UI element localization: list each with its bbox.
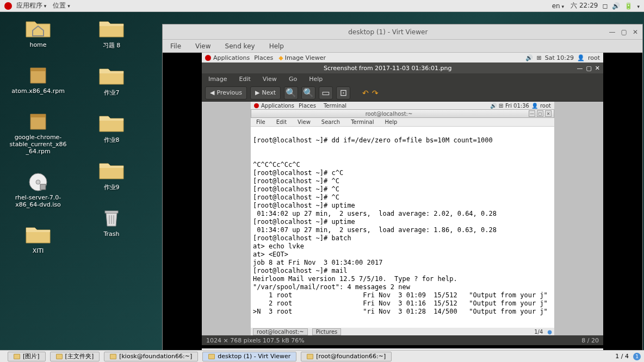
battery-icon[interactable]: 🔋 [624, 2, 633, 10]
virt-menubar: FileViewSend keyHelp [163, 40, 642, 53]
lang-indicator[interactable]: en [550, 2, 566, 10]
previous-button[interactable]: ◀Previous [205, 86, 247, 99]
app-icon [307, 354, 313, 359]
icon-label: 作业8 [104, 136, 120, 144]
redhat-icon [205, 55, 211, 61]
icon-label: 习题 8 [103, 41, 121, 49]
icon-label: atom.x86_64.rpm [11, 88, 65, 95]
iv-close[interactable]: ✕ [595, 65, 600, 72]
nested-bottombar: root@localhost:~ Pictures 1/4 ● [251, 328, 554, 335]
menu-go[interactable]: Go [287, 76, 299, 83]
volume-icon[interactable]: 🔊 [612, 2, 620, 10]
iv-minimize[interactable]: — [577, 65, 583, 72]
package-icon [25, 110, 51, 132]
user-menu[interactable] [637, 2, 640, 10]
workspace-indicator[interactable]: 1 / 4 [615, 353, 629, 360]
inner-topbar: Applications Places ◆ Image Viewer 🔊 ⊞ S… [202, 53, 603, 63]
terminal-body: [root@localhost ~]# dd if=/dev/zero of=f… [251, 127, 554, 328]
zoom-actual-icon[interactable]: ⊡ [336, 86, 350, 99]
app-icon [14, 354, 20, 359]
taskbar-item[interactable]: [图片] [8, 352, 46, 361]
desktop-icon[interactable]: 作业9 [79, 159, 144, 191]
places-menu[interactable]: 位置 [51, 1, 72, 10]
image-viewer-window: Screenshot from 2017-11-03 01:36:01.png … [202, 63, 603, 345]
inner-applications[interactable]: Applications [211, 54, 252, 61]
next-button[interactable]: ▶Next [250, 86, 281, 99]
rotate-right-icon[interactable]: ↷ [372, 89, 379, 97]
taskbar-item[interactable]: [主文件夹] [50, 352, 100, 361]
folder-icon [98, 65, 125, 86]
menu-sendkey[interactable]: Send key [223, 42, 257, 50]
icon-label: rhel-server-7.0-x86_64-dvd.iso [8, 194, 68, 208]
inner-clock[interactable]: Sat 10:29 [545, 54, 574, 61]
taskbar-item[interactable]: [root@foundation66:~] [301, 352, 392, 361]
menu-edit: Edit [274, 119, 289, 125]
folder-icon [98, 159, 125, 181]
active-app[interactable]: ◆ Image Viewer [278, 54, 326, 61]
zoom-fit-icon[interactable]: ▭ [319, 86, 333, 99]
applications-menu[interactable]: 应用程序 [14, 1, 48, 10]
desktop-icon[interactable]: Trash [79, 207, 144, 238]
desktop-icon[interactable]: 作业8 [79, 112, 144, 144]
virt-viewer-window: desktop (1) - Virt Viewer — ▢ ✕ FileView… [162, 24, 643, 362]
taskbar-item[interactable]: [kiosk@foundation66:~] [104, 352, 198, 361]
svg-rect-3 [105, 211, 118, 213]
outer-topbar: 应用程序 位置 en 六 22:29 ◻ 🔊 🔋 [0, 0, 644, 12]
maximize-button[interactable]: ▢ [621, 28, 627, 36]
desktop-icon[interactable]: atom.x86_64.rpm [5, 64, 71, 95]
volume-icon[interactable]: 🔊 [525, 54, 533, 61]
menu-view: View [295, 119, 313, 125]
taskbar-item[interactable]: desktop (1) - Virt Viewer [202, 352, 296, 361]
desktop-icon[interactable]: home [5, 17, 71, 48]
inner-user[interactable]: root [588, 54, 600, 61]
app-icon [208, 354, 215, 359]
clock[interactable]: 六 22:29 [571, 1, 598, 10]
virt-titlebar[interactable]: desktop (1) - Virt Viewer — ▢ ✕ [163, 24, 642, 40]
redhat-icon [4, 2, 12, 10]
app-icon [56, 354, 63, 359]
close-button[interactable]: ✕ [633, 28, 638, 36]
menu-help[interactable]: Help [267, 42, 286, 50]
iv-maximize[interactable]: ▢ [586, 65, 591, 72]
folder-icon [25, 223, 51, 245]
folder-icon [98, 112, 125, 134]
desktop-icon[interactable]: rhel-server-7.0-x86_64-dvd.iso [5, 170, 71, 208]
user-icon[interactable]: 👤 [577, 54, 585, 61]
desktop-icon[interactable]: 作业7 [79, 65, 144, 97]
menu-help[interactable]: Help [307, 76, 325, 83]
zoom-in-icon[interactable]: 🔍 [284, 86, 298, 99]
inner-places[interactable]: Places [252, 54, 275, 61]
menu-view[interactable]: View [193, 42, 213, 50]
menu-file[interactable]: File [168, 42, 183, 50]
desktop-icon[interactable]: 习题 8 [79, 17, 144, 49]
icon-label: Trash [103, 230, 119, 238]
menu-edit[interactable]: Edit [237, 76, 252, 83]
desktop-icon[interactable]: google-chrome-stable_current_x86_64.rpm [5, 110, 71, 155]
icon-label: google-chrome-stable_current_x86_64.rpm [8, 134, 68, 155]
term-close: ✕ [545, 110, 552, 117]
menu-image[interactable]: Image [206, 76, 229, 83]
menu-help: Help [382, 119, 399, 125]
iv-titlebar[interactable]: Screenshot from 2017-11-03 01:36:01.png … [202, 63, 603, 73]
network-icon[interactable]: ⊞ [536, 54, 541, 61]
iso-icon [25, 170, 51, 192]
minimize-button[interactable]: — [609, 28, 616, 36]
svg-point-1 [36, 180, 40, 184]
iv-title: Screenshot from 2017-11-03 01:36:01.png [202, 65, 573, 72]
window-icon[interactable]: ◻ [603, 2, 608, 10]
menu-view[interactable]: View [261, 76, 279, 83]
iv-menubar: ImageEditViewGoHelp [202, 73, 603, 84]
zoom-out-icon[interactable]: 🔍 [301, 86, 315, 99]
icon-label: 作业9 [104, 183, 120, 191]
icon-label: XITI [33, 247, 44, 254]
desktop-icon[interactable]: XITI [5, 223, 71, 254]
desktop[interactable]: homeatom.x86_64.rpmgoogle-chrome-stable_… [0, 12, 644, 350]
outer-taskbar: [图片][主文件夹][kiosk@foundation66:~]desktop … [0, 350, 644, 362]
package-icon [25, 64, 51, 85]
rotate-left-icon[interactable]: ↶ [362, 89, 369, 97]
app-icon [110, 354, 116, 359]
menu-search: Search [319, 119, 342, 125]
notification-badge[interactable]: 1 [633, 353, 641, 360]
nested-topbar: Applications Places Terminal 🔊 ⊞ Fri 01:… [251, 102, 554, 109]
icon-label: 作业7 [104, 89, 120, 97]
